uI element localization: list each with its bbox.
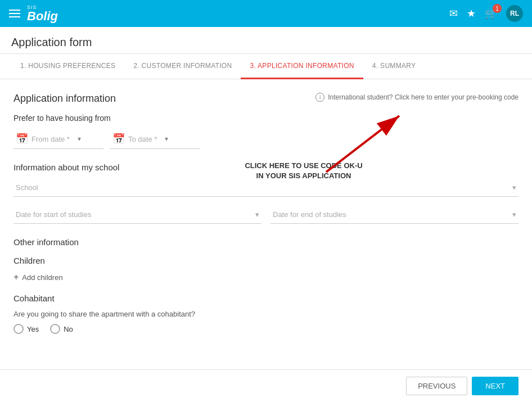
intl-student-link[interactable]: i International student? Click here to e…: [315, 93, 519, 102]
plus-icon: +: [13, 272, 19, 282]
logo[interactable]: SIS Bolig: [27, 5, 58, 22]
add-children-button[interactable]: + Add children: [13, 272, 63, 282]
calendar-icon-to: 📅: [112, 133, 125, 145]
cart-icon[interactable]: 🛒 1: [485, 7, 497, 20]
header-left: SIS Bolig: [9, 5, 58, 22]
radio-circle-no: [50, 324, 60, 334]
info-icon: i: [315, 93, 324, 102]
from-date-placeholder: From date *: [31, 135, 70, 143]
tab-summary[interactable]: 4. SUMMARY: [363, 54, 425, 79]
calendar-icon-from: 📅: [16, 133, 28, 145]
yes-label: Yes: [27, 325, 39, 333]
header-right: ✉ ★ 🛒 1 RL: [449, 5, 523, 22]
end-studies-arrow: ▾: [512, 210, 516, 219]
tab-customer-information[interactable]: 2. CUSTOMER INFORMATION: [124, 54, 241, 79]
main-content: Application information i International …: [0, 79, 532, 395]
end-studies-placeholder: Date for end of studies: [273, 210, 346, 219]
add-children-label: Add children: [22, 273, 62, 282]
hamburger-menu[interactable]: [9, 10, 20, 17]
page-title: Application form: [11, 36, 521, 49]
intl-link-text: International student? Click here to ent…: [328, 93, 519, 101]
avatar[interactable]: RL: [506, 5, 523, 22]
to-date-placeholder: To date *: [128, 135, 157, 143]
header: SIS Bolig ✉ ★ 🛒 1 RL: [0, 0, 532, 27]
footer-bar: PREVIOUS NEXT: [0, 369, 532, 395]
tab-housing-preferences[interactable]: 1. HOUSING PREFERENCES: [11, 54, 124, 79]
other-info-title: Other information: [13, 237, 519, 247]
radio-no[interactable]: No: [50, 324, 73, 334]
end-studies-field[interactable]: Date for end of studies ▾: [270, 206, 519, 224]
page-title-bar: Application form: [0, 27, 532, 54]
radio-circle-yes: [13, 324, 24, 334]
mail-icon[interactable]: ✉: [449, 7, 458, 20]
cohabitant-radio-group: Yes No: [13, 324, 519, 334]
tab-application-information[interactable]: 3. APPLICATION INFORMATION: [241, 54, 363, 79]
cohabitant-section: Cohabitant Are you going to share the ap…: [13, 293, 519, 334]
start-studies-placeholder: Date for start of studies: [16, 210, 91, 219]
school-section: Information about my school School ▾ Dat…: [13, 162, 519, 224]
study-dates-row: Date for start of studies ▾ Date for end…: [13, 206, 519, 224]
no-label: No: [64, 325, 73, 333]
previous-button[interactable]: PREVIOUS: [406, 377, 467, 395]
radio-yes[interactable]: Yes: [13, 324, 39, 334]
from-date-field[interactable]: 📅 From date * ▾: [13, 129, 103, 149]
tab-bar: 1. HOUSING PREFERENCES 2. CUSTOMER INFOR…: [0, 54, 532, 79]
children-section: Children + Add children: [13, 256, 519, 282]
children-title: Children: [13, 256, 519, 265]
start-studies-arrow: ▾: [255, 210, 259, 219]
other-info-section: Other information: [13, 237, 519, 247]
cohabitant-title: Cohabitant: [13, 293, 519, 303]
start-studies-field[interactable]: Date for start of studies ▾: [13, 206, 262, 224]
cohabitant-question: Are you going to share the apartment wit…: [13, 310, 519, 318]
date-row: 📅 From date * ▾ 📅 To date * ▾: [13, 129, 519, 149]
to-date-field[interactable]: 📅 To date * ▾: [110, 129, 200, 149]
star-icon[interactable]: ★: [467, 7, 476, 20]
school-dropdown-arrow: ▾: [512, 183, 516, 192]
cart-badge: 1: [493, 4, 502, 13]
school-placeholder: School: [16, 183, 38, 192]
to-date-arrow: ▾: [165, 135, 168, 143]
prefer-housing-label: Prefer to have housing from: [13, 114, 519, 123]
next-button[interactable]: NEXT: [472, 377, 519, 395]
logo-main-text: Bolig: [27, 9, 58, 23]
from-date-arrow: ▾: [78, 135, 81, 143]
school-dropdown[interactable]: School ▾: [13, 179, 519, 197]
school-section-title: Information about my school: [13, 162, 519, 172]
